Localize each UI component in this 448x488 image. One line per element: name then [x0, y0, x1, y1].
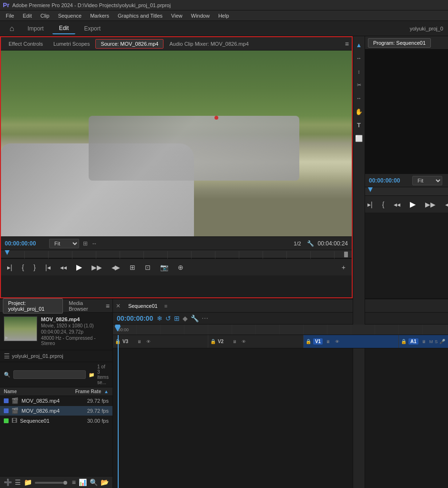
- tab-audio-clip-mixer[interactable]: Audio Clip Mixer: MOV_0826.mp4: [164, 40, 253, 48]
- link-icon: ↔: [92, 240, 97, 247]
- tab-media-browser[interactable]: Media Browser: [64, 299, 104, 313]
- search-bar: 🔍 📁 1 of 3 items se...: [0, 362, 112, 387]
- search-icon: 🔍: [4, 372, 10, 378]
- file-color-indicator: [4, 408, 9, 413]
- program-monitor-controls: 00:00:00:00 Fit 25% 50% 100%: [365, 173, 448, 187]
- program-time[interactable]: 00:00:00:00: [369, 177, 409, 184]
- settings-more-icon[interactable]: ⋯: [202, 315, 208, 322]
- prog-btn-play[interactable]: ▶: [407, 198, 418, 210]
- icon-view-button[interactable]: 📁: [24, 478, 32, 486]
- btn-overwrite[interactable]: ⊡: [143, 262, 153, 273]
- menu-window[interactable]: Window: [187, 12, 214, 20]
- tool-hand[interactable]: ✋: [353, 106, 365, 117]
- timeline-close-icon[interactable]: ✕: [116, 303, 121, 309]
- tool-type[interactable]: T: [353, 119, 365, 131]
- menu-sequence[interactable]: Sequence: [54, 12, 86, 20]
- tab-import[interactable]: Import: [21, 23, 51, 34]
- tool-ripple-edit[interactable]: ↕: [353, 66, 365, 77]
- track-eye-btn-v3[interactable]: 👁: [145, 339, 152, 345]
- tool-select[interactable]: ▲: [353, 39, 365, 51]
- btn-goto-out[interactable]: |◂: [43, 262, 53, 273]
- prog-btn-loop[interactable]: ◂▶: [443, 199, 448, 210]
- tool-rolling-edit[interactable]: ✂: [353, 79, 365, 91]
- prog-btn-step-forward[interactable]: ▶▶: [423, 199, 438, 210]
- file-item-sequence01[interactable]: 🎞 Sequence01 30.00 fps: [0, 416, 112, 426]
- list-view-button[interactable]: ☰: [15, 478, 21, 486]
- tool-rate-stretch[interactable]: ↔: [353, 92, 365, 104]
- diamond-icon[interactable]: ◆: [183, 315, 188, 322]
- menu-help[interactable]: Help: [214, 12, 233, 20]
- source-scrubber[interactable]: [1, 250, 352, 258]
- tab-effect-controls[interactable]: Effect Controls: [4, 40, 48, 48]
- snowflake-icon[interactable]: ❄: [157, 315, 163, 322]
- project-panel-menu-icon[interactable]: ≡: [106, 302, 110, 310]
- wrench-icon[interactable]: 🔧: [307, 240, 314, 247]
- menu-graphics[interactable]: Graphics and Titles: [114, 12, 166, 20]
- tool-track-select[interactable]: ↔: [353, 52, 365, 64]
- track-mute-btn-a1[interactable]: M: [429, 339, 433, 344]
- prog-btn-mark-out[interactable]: {: [380, 199, 387, 210]
- new-bin-button[interactable]: ➕: [4, 478, 12, 486]
- new-item-button[interactable]: 📂: [101, 478, 109, 486]
- btn-play[interactable]: ▶: [74, 261, 84, 273]
- sort-button[interactable]: ≡: [72, 478, 76, 486]
- automate-button[interactable]: 📊: [79, 478, 87, 486]
- program-fit-dropdown[interactable]: Fit 25% 50% 100%: [412, 176, 442, 185]
- menu-markers[interactable]: Markers: [86, 12, 113, 20]
- scale-display: 1/2: [294, 241, 301, 246]
- track-eye-btn-v2[interactable]: 👁: [240, 339, 247, 345]
- track-monitor-btn-v2[interactable]: 🖥: [231, 339, 238, 345]
- menu-clip[interactable]: Clip: [37, 12, 53, 20]
- track-solo-btn-a1[interactable]: S: [435, 339, 438, 344]
- btn-loop[interactable]: ◂▶: [109, 262, 122, 273]
- time-end-display: 00:04:00:24: [318, 240, 348, 247]
- tab-export[interactable]: Export: [77, 23, 107, 34]
- file-item-mov0825[interactable]: 🎬 MOV_0825.mp4 29.72 fps: [0, 396, 112, 406]
- search-input[interactable]: [13, 370, 86, 379]
- spanner-icon[interactable]: 🔧: [191, 315, 199, 322]
- source-panel-menu-icon[interactable]: ≡: [345, 40, 349, 48]
- menu-edit[interactable]: Edit: [19, 12, 36, 20]
- btn-add-marker[interactable]: ⊕: [175, 262, 186, 273]
- home-button[interactable]: ⌂: [5, 22, 19, 35]
- track-eye-btn-v1[interactable]: 👁: [334, 339, 341, 345]
- find-button[interactable]: 🔍: [90, 478, 98, 486]
- btn-insert[interactable]: ⊞: [127, 262, 138, 273]
- tab-project[interactable]: Project: yolyuki_proj_01: [3, 298, 63, 314]
- menu-view[interactable]: View: [167, 12, 186, 20]
- btn-mark-in[interactable]: ▸|: [5, 262, 15, 273]
- tab-edit[interactable]: Edit: [52, 23, 76, 34]
- btn-plus[interactable]: +: [339, 262, 348, 273]
- menu-file[interactable]: File: [2, 12, 18, 20]
- timeline-menu-icon[interactable]: ≡: [164, 303, 167, 309]
- timeline-timecode[interactable]: 00:00:00:00: [117, 315, 153, 322]
- grid-icon[interactable]: ⊞: [174, 315, 180, 322]
- track-label-v1-active: V1: [313, 338, 323, 345]
- tab-program-sequence01[interactable]: Program: Sequence01: [368, 38, 431, 48]
- lock-icon[interactable]: 🔒: [305, 339, 311, 344]
- lock-icon[interactable]: 🔒: [401, 339, 407, 344]
- program-scrubber[interactable]: [365, 187, 448, 195]
- btn-step-forward[interactable]: ▶▶: [89, 262, 104, 273]
- source-time-start[interactable]: 00:00:00:00: [5, 240, 45, 247]
- tool-pen[interactable]: ⬜: [353, 132, 365, 144]
- btn-export-frame[interactable]: 📷: [158, 262, 171, 273]
- tab-lumetri-scopes[interactable]: Lumetri Scopes: [49, 40, 94, 48]
- slider-button[interactable]: [35, 478, 69, 486]
- btn-mark-out[interactable]: {: [20, 262, 27, 273]
- prog-btn-mark-in[interactable]: ▸|: [365, 199, 375, 210]
- tab-sequence01[interactable]: Sequence01: [123, 302, 163, 310]
- btn-goto-in[interactable]: }: [31, 262, 38, 273]
- tab-source[interactable]: Source: MOV_0826.mp4: [95, 39, 163, 49]
- track-monitor-btn-a1[interactable]: 🖥: [420, 339, 428, 345]
- prog-btn-step-back[interactable]: ◂◂: [391, 199, 403, 210]
- track-monitor-btn-v1[interactable]: 🖥: [325, 339, 332, 345]
- loop-icon[interactable]: ↺: [165, 315, 171, 322]
- file-item-mov0826[interactable]: 🎬 MOV_0826.mp4 29.72 fps: [0, 406, 112, 416]
- program-transport: ▸| { ◂◂ ▶ ▶▶ ◂▶ 🛡: [365, 195, 448, 213]
- timeline-ruler[interactable]: :00:00: [113, 325, 448, 335]
- track-monitor-btn-v3[interactable]: 🖥: [136, 339, 143, 345]
- btn-step-back[interactable]: ◂◂: [58, 262, 69, 273]
- fit-dropdown[interactable]: Fit 25% 50% 75% 100%: [49, 239, 79, 248]
- lock-icon[interactable]: 🔒: [210, 339, 216, 344]
